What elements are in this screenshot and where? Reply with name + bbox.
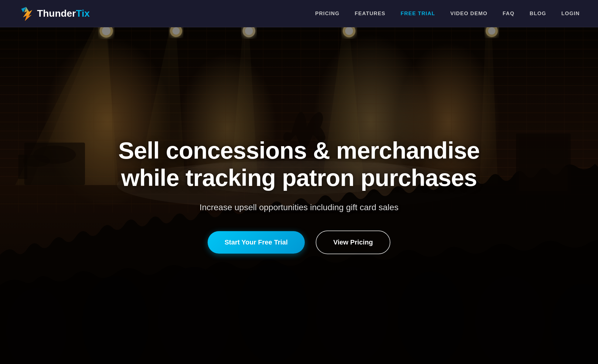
logo[interactable]: ThunderTix <box>18 6 90 22</box>
start-free-trial-button[interactable]: Start Your Free Trial <box>208 231 305 254</box>
logo-icon <box>18 6 34 22</box>
nav-item-blog[interactable]: BLOG <box>530 11 546 17</box>
hero-content: Sell concessions & merchandise while tra… <box>102 137 496 254</box>
logo-text: ThunderTix <box>37 8 90 19</box>
view-pricing-button[interactable]: View Pricing <box>316 231 390 254</box>
nav-item-pricing[interactable]: PRICING <box>315 11 339 17</box>
nav-menu: PRICING FEATURES FREE TRIAL VIDEO DEMO F… <box>315 11 580 17</box>
nav-item-features[interactable]: FEATURES <box>355 11 386 17</box>
hero-subtitle: Increase upsell opportunities including … <box>114 203 484 212</box>
nav-item-free-trial[interactable]: FREE TRIAL <box>401 11 435 17</box>
navbar: ThunderTix PRICING FEATURES FREE TRIAL V… <box>0 0 598 27</box>
hero-buttons: Start Your Free Trial View Pricing <box>114 231 484 254</box>
nav-item-login[interactable]: LOGIN <box>561 11 580 17</box>
hero-title: Sell concessions & merchandise while tra… <box>114 137 484 191</box>
nav-item-video-demo[interactable]: VIDEO DEMO <box>450 11 488 17</box>
hero-section: Sell concessions & merchandise while tra… <box>0 27 598 364</box>
nav-item-faq[interactable]: FAQ <box>503 11 515 17</box>
